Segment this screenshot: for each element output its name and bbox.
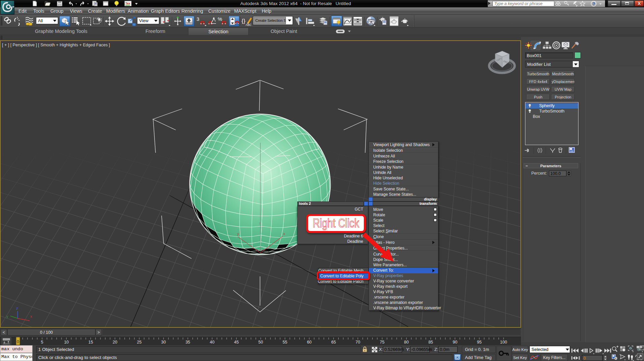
svg-text:y: y [6, 314, 8, 318]
svg-text:100: 100 [500, 340, 507, 345]
svg-text:45: 45 [234, 340, 239, 345]
svg-text:55: 55 [283, 340, 287, 345]
svg-text:80: 80 [404, 340, 409, 345]
svg-text:Tex: Tex [125, 2, 130, 5]
svg-text:y: y [237, 232, 239, 236]
svg-text:90: 90 [453, 340, 457, 345]
svg-text:65: 65 [331, 340, 336, 345]
svg-text:75: 75 [380, 340, 385, 345]
svg-text:40: 40 [210, 340, 214, 345]
svg-text:z: z [16, 306, 18, 310]
svg-text:x: x [283, 232, 285, 236]
svg-text:20: 20 [113, 340, 117, 345]
svg-text:Right Click: Right Click [313, 216, 359, 230]
svg-text:0: 0 [584, 356, 586, 361]
svg-text:50: 50 [258, 340, 263, 345]
svg-text:15: 15 [88, 340, 93, 345]
svg-text:35: 35 [185, 340, 190, 345]
svg-text:70: 70 [355, 340, 360, 345]
svg-text:25: 25 [137, 340, 142, 345]
svg-text:5: 5 [41, 340, 43, 345]
svg-text:x: x [30, 314, 32, 318]
svg-text:ABC: ABC [246, 23, 251, 27]
svg-text:60: 60 [307, 340, 312, 345]
svg-text:{}: {} [242, 18, 246, 24]
svg-text:0: 0 [17, 340, 19, 344]
svg-text:85: 85 [428, 340, 433, 345]
svg-text:10: 10 [64, 340, 69, 345]
svg-text:30: 30 [161, 340, 166, 345]
svg-text:z: z [259, 221, 261, 225]
svg-text:?: ? [593, 1, 595, 6]
svg-text:3: 3 [197, 16, 199, 22]
svg-text:95: 95 [477, 340, 482, 345]
svg-text:%: % [218, 16, 222, 22]
